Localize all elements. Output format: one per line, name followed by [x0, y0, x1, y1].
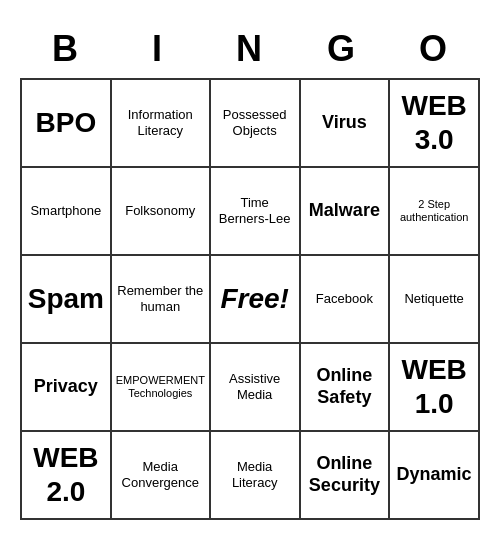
cell-text-14: Netiquette [404, 291, 463, 307]
cell-text-5: Smartphone [30, 203, 101, 219]
cell-text-9: 2 Step authentication [394, 198, 474, 224]
cell-text-23: Online Security [305, 453, 385, 496]
bingo-cell-12: Free! [211, 256, 301, 344]
bingo-card: BINGO BPOInformation LiteracyPossessed O… [10, 14, 490, 530]
cell-text-12: Free! [220, 282, 288, 316]
bingo-cell-23: Online Security [301, 432, 391, 520]
cell-text-7: Time Berners-Lee [215, 195, 295, 226]
bingo-cell-6: Folksonomy [112, 168, 211, 256]
bingo-cell-0: BPO [22, 80, 112, 168]
cell-text-21: Media Convergence [116, 459, 205, 490]
cell-text-4: WEB 3.0 [394, 89, 474, 156]
cell-text-10: Spam [28, 282, 104, 316]
bingo-cell-4: WEB 3.0 [390, 80, 480, 168]
bingo-cell-14: Netiquette [390, 256, 480, 344]
bingo-cell-10: Spam [22, 256, 112, 344]
bingo-cell-5: Smartphone [22, 168, 112, 256]
bingo-cell-18: Online Safety [301, 344, 391, 432]
bingo-cell-19: WEB 1.0 [390, 344, 480, 432]
bingo-grid: BPOInformation LiteracyPossessed Objects… [20, 78, 480, 520]
cell-text-22: Media Literacy [215, 459, 295, 490]
bingo-cell-21: Media Convergence [112, 432, 211, 520]
bingo-cell-1: Information Literacy [112, 80, 211, 168]
bingo-cell-7: Time Berners-Lee [211, 168, 301, 256]
bingo-header: BINGO [20, 24, 480, 74]
cell-text-17: Assistive Media [215, 371, 295, 402]
cell-text-6: Folksonomy [125, 203, 195, 219]
cell-text-24: Dynamic [397, 464, 472, 486]
bingo-cell-20: WEB 2.0 [22, 432, 112, 520]
bingo-cell-16: EMPOWERMENT Technologies [112, 344, 211, 432]
cell-text-20: WEB 2.0 [26, 441, 106, 508]
cell-text-19: WEB 1.0 [394, 353, 474, 420]
cell-text-8: Malware [309, 200, 380, 222]
header-letter-n: N [204, 24, 296, 74]
header-letter-b: B [20, 24, 112, 74]
cell-text-1: Information Literacy [116, 107, 205, 138]
bingo-cell-13: Facebook [301, 256, 391, 344]
cell-text-15: Privacy [34, 376, 98, 398]
header-letter-g: G [296, 24, 388, 74]
bingo-cell-3: Virus [301, 80, 391, 168]
header-letter-o: O [388, 24, 480, 74]
cell-text-16: EMPOWERMENT Technologies [116, 374, 205, 400]
cell-text-2: Possessed Objects [215, 107, 295, 138]
bingo-cell-24: Dynamic [390, 432, 480, 520]
bingo-cell-22: Media Literacy [211, 432, 301, 520]
bingo-cell-11: Remember the human [112, 256, 211, 344]
cell-text-3: Virus [322, 112, 367, 134]
cell-text-0: BPO [36, 106, 97, 140]
bingo-cell-8: Malware [301, 168, 391, 256]
cell-text-13: Facebook [316, 291, 373, 307]
cell-text-11: Remember the human [116, 283, 205, 314]
bingo-cell-2: Possessed Objects [211, 80, 301, 168]
bingo-cell-15: Privacy [22, 344, 112, 432]
cell-text-18: Online Safety [305, 365, 385, 408]
bingo-cell-9: 2 Step authentication [390, 168, 480, 256]
bingo-cell-17: Assistive Media [211, 344, 301, 432]
header-letter-i: I [112, 24, 204, 74]
